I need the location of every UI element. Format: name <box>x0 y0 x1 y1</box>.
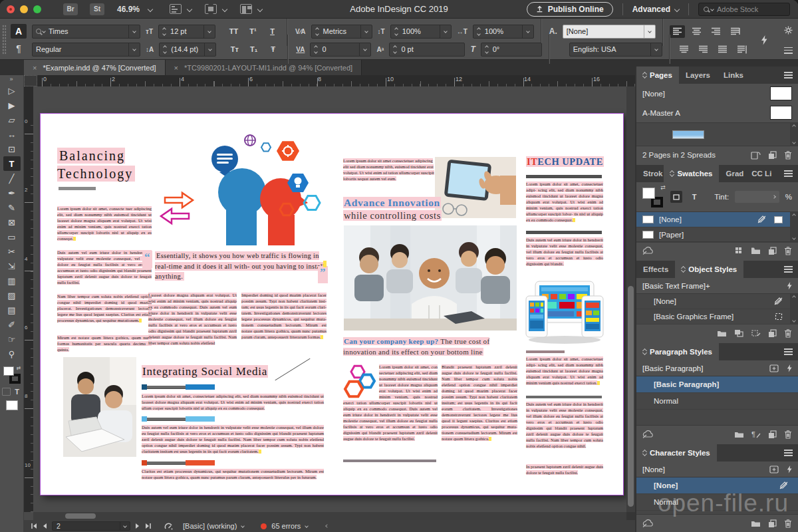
pull-quote-frame[interactable]: “ Essentially, it shows you how web traf… <box>155 251 325 282</box>
new-object-style-icon[interactable] <box>768 329 777 338</box>
object-style-row-none[interactable]: [None] <box>636 294 798 309</box>
character-styles-panel-menu-icon[interactable] <box>784 450 793 456</box>
quick-apply-icon[interactable] <box>787 466 792 473</box>
edit-page-size-icon[interactable] <box>751 151 761 160</box>
scissors-tool[interactable]: ✂ <box>3 244 21 259</box>
body-text-frame[interactable]: Lorem ipsum dolor sit amet, consectetuer… <box>526 181 603 223</box>
swatch-views-icon[interactable] <box>735 247 743 255</box>
errors-dropdown-icon[interactable] <box>305 524 309 528</box>
master-a-thumbnail[interactable] <box>770 106 792 120</box>
style-group-icon[interactable] <box>751 519 761 527</box>
align-towards-spine-button[interactable] <box>734 43 749 56</box>
leading-dropdown-button[interactable] <box>204 43 215 56</box>
control-panel-menu-button[interactable] <box>784 47 793 54</box>
frame-tool[interactable]: ⊠ <box>3 215 21 229</box>
free-transform-tool[interactable]: ⇲ <box>3 259 21 273</box>
object-styles-panel-menu-icon[interactable] <box>784 266 793 273</box>
tab-swatches[interactable]: Swatches <box>664 165 719 182</box>
body-text-frame[interactable]: Lorem ipsum dolor sit amet, consectetuer… <box>526 356 603 386</box>
zoom-level-value[interactable]: 46.9% <box>117 5 140 14</box>
paragraph-formatting-mode-button[interactable]: ¶ <box>11 41 27 56</box>
all-caps-button[interactable]: TT <box>226 25 241 38</box>
fill-swatch-none[interactable] <box>3 366 14 376</box>
master-page-row-none[interactable]: [None] <box>636 84 798 103</box>
fill-stroke-swatches[interactable]: ⇄ <box>3 366 21 384</box>
photo-business-team[interactable] <box>343 225 517 331</box>
body-text-frame[interactable]: Blandit praesent luptatum zzril delenit … <box>442 364 517 442</box>
align-center-button[interactable] <box>689 25 704 38</box>
pencil-tool[interactable]: ✎ <box>3 200 21 215</box>
preflight-dropdown-icon[interactable] <box>241 524 245 528</box>
body-text-frame[interactable]: Duis autem vel eum iriure dolor in hendr… <box>57 249 152 285</box>
language-select[interactable]: English: USA <box>569 43 662 57</box>
tab-stroke[interactable]: Strok <box>636 165 664 182</box>
headline-itech-update[interactable]: ITECH UPDATE <box>526 156 604 168</box>
zoom-dropdown-icon[interactable] <box>148 6 153 11</box>
scroll-down-icon[interactable] <box>792 236 796 240</box>
body-text-frame[interactable]: Lorem ipsum dolor sit amet, consecte tue… <box>57 205 152 241</box>
font-size-stepper[interactable] <box>159 28 167 35</box>
delete-character-style-icon[interactable] <box>784 519 792 528</box>
stat-bar-red[interactable] <box>142 460 215 466</box>
swap-fill-stroke-icon[interactable]: ⇄ <box>660 184 666 191</box>
baseline-shift-stepper[interactable] <box>390 46 398 53</box>
photo-tablet-hand[interactable] <box>435 156 516 219</box>
vertical-scale-dropdown-button[interactable] <box>440 25 451 38</box>
horizontal-scale-dropdown-button[interactable] <box>522 25 533 38</box>
quick-apply-icon[interactable] <box>787 282 792 290</box>
style-override-plus-icon[interactable] <box>769 466 779 473</box>
delete-page-icon[interactable] <box>784 150 792 160</box>
headline-can-your-company[interactable]: Can your company keep up? The true cost … <box>343 336 519 357</box>
object-style-row-graphics-frame[interactable]: [Basic Graphics Frame] <box>636 309 798 325</box>
fill-stroke-proxy[interactable]: ⇄ <box>642 186 664 207</box>
last-page-button[interactable] <box>145 523 152 529</box>
delete-paragraph-style-icon[interactable] <box>784 430 792 439</box>
rectangle-tool[interactable]: ▭ <box>3 229 21 244</box>
view-options-dropdown-icon[interactable] <box>187 6 192 11</box>
formatting-affects-text-button[interactable]: T <box>688 191 700 203</box>
justify-right-button[interactable] <box>696 43 711 56</box>
stock-button[interactable]: St <box>90 3 104 15</box>
body-text-frame[interactable]: Nam liber tempor cum soluta nobis eleife… <box>57 293 152 323</box>
formatting-affects-container-button[interactable] <box>2 388 11 396</box>
ruler-origin-box[interactable] <box>24 75 37 86</box>
tab-gradient[interactable]: Grad <box>719 165 750 182</box>
align-right-button[interactable] <box>708 25 724 38</box>
scroll-up-icon[interactable] <box>792 295 796 299</box>
character-style-dropdown-button[interactable] <box>644 25 655 38</box>
swatches-scrollbar[interactable] <box>790 212 798 241</box>
close-tab-icon[interactable]: × <box>174 64 178 72</box>
horizontal-scale-stepper[interactable] <box>473 28 481 35</box>
kerning-dropdown-button[interactable] <box>360 25 372 38</box>
clear-overrides-icon[interactable] <box>734 329 744 337</box>
tracking-stepper[interactable] <box>311 46 319 53</box>
body-text-frame[interactable]: Duis autem vel eum iriure dolor in hendr… <box>526 401 603 449</box>
body-text-frame[interactable]: In praesent luptatum zzril delenit augue… <box>526 464 603 475</box>
cc-libraries-sync-icon[interactable] <box>642 430 654 438</box>
page-number-field[interactable]: 2 <box>52 521 130 531</box>
new-swatch-icon[interactable] <box>768 247 777 255</box>
tab-effects[interactable]: Effects <box>636 261 675 278</box>
new-color-group-icon[interactable] <box>751 247 761 255</box>
selection-tool[interactable]: ▷ <box>3 83 21 98</box>
horizontal-ruler[interactable]: 0 2 4 6 8 10 12 14 16 <box>37 75 635 86</box>
type-tool[interactable]: T <box>3 156 21 171</box>
pages-thumbnail-list[interactable] <box>636 122 798 146</box>
horizontal-scale-field[interactable]: 100% <box>473 25 534 39</box>
superscript-button[interactable]: T¹ <box>245 25 261 38</box>
scroll-up-icon[interactable] <box>792 213 796 217</box>
vertical-scale-stepper[interactable] <box>391 28 399 35</box>
fill-proxy-none[interactable] <box>642 188 655 199</box>
quick-apply-button[interactable] <box>761 35 767 45</box>
font-style-dropdown-button[interactable] <box>128 43 140 56</box>
swatches-panel-menu-icon[interactable] <box>784 170 793 177</box>
font-family-dropdown-button[interactable] <box>128 25 140 38</box>
pen-tool[interactable]: ✒ <box>3 186 21 200</box>
cc-libraries-sync-icon[interactable] <box>642 519 654 527</box>
master-none-thumbnail[interactable] <box>770 86 792 100</box>
screen-mode-icon[interactable] <box>205 4 217 14</box>
vertical-scrollbar[interactable] <box>626 86 635 512</box>
vertical-scrollbar-thumb[interactable] <box>628 286 634 507</box>
body-text-frame[interactable]: Duis autem vel eum iriure dolor in hendr… <box>142 424 324 454</box>
tab-pages[interactable]: Pages <box>636 66 679 84</box>
